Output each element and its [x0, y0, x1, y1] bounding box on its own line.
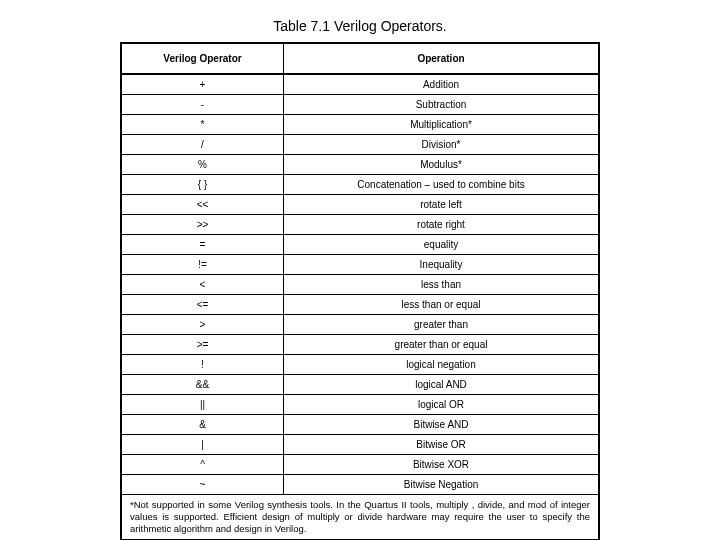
header-operation: Operation — [284, 43, 599, 74]
table-row: ~Bitwise Negation — [121, 475, 599, 495]
operator-cell: != — [121, 255, 284, 275]
operation-cell: logical AND — [284, 375, 599, 395]
operator-cell: && — [121, 375, 284, 395]
table-row: >>rotate right — [121, 215, 599, 235]
table-row: +Addition — [121, 74, 599, 95]
operation-cell: rotate left — [284, 195, 599, 215]
operator-cell: & — [121, 415, 284, 435]
operation-cell: Bitwise AND — [284, 415, 599, 435]
operation-cell: Division* — [284, 135, 599, 155]
operation-cell: Modulus* — [284, 155, 599, 175]
operation-cell: Addition — [284, 74, 599, 95]
operator-cell: ^ — [121, 455, 284, 475]
table-row: ^Bitwise XOR — [121, 455, 599, 475]
operator-cell: ~ — [121, 475, 284, 495]
table-row: %Modulus* — [121, 155, 599, 175]
table-row: &Bitwise AND — [121, 415, 599, 435]
operation-cell: less than or equal — [284, 295, 599, 315]
operator-cell: >> — [121, 215, 284, 235]
operation-cell: Bitwise OR — [284, 435, 599, 455]
table-row: >greater than — [121, 315, 599, 335]
operator-cell: % — [121, 155, 284, 175]
table-row: |Bitwise OR — [121, 435, 599, 455]
footnote-row: *Not supported in some Verilog synthesis… — [121, 495, 599, 540]
operators-table: Verilog Operator Operation +Addition-Sub… — [120, 42, 600, 540]
operation-cell: Bitwise XOR — [284, 455, 599, 475]
table-row: /Division* — [121, 135, 599, 155]
table-row: <<rotate left — [121, 195, 599, 215]
table-row: <less than — [121, 275, 599, 295]
table-row: !=Inequality — [121, 255, 599, 275]
operation-cell: Inequality — [284, 255, 599, 275]
table-row: &&logical AND — [121, 375, 599, 395]
operator-cell: / — [121, 135, 284, 155]
operation-cell: greater than or equal — [284, 335, 599, 355]
operator-cell: > — [121, 315, 284, 335]
table-container: Table 7.1 Verilog Operators. Verilog Ope… — [120, 18, 600, 540]
operator-cell: < — [121, 275, 284, 295]
table-title: Table 7.1 Verilog Operators. — [120, 18, 600, 34]
table-row: >=greater than or equal — [121, 335, 599, 355]
operation-cell: Multiplication* — [284, 115, 599, 135]
table-row: *Multiplication* — [121, 115, 599, 135]
operation-cell: rotate right — [284, 215, 599, 235]
table-row: { }Concatenation – used to combine bits — [121, 175, 599, 195]
table-body: +Addition-Subtraction*Multiplication*/Di… — [121, 74, 599, 495]
operation-cell: Concatenation – used to combine bits — [284, 175, 599, 195]
table-row: !logical negation — [121, 355, 599, 375]
table-row: ||logical OR — [121, 395, 599, 415]
operation-cell: logical negation — [284, 355, 599, 375]
operator-cell: >= — [121, 335, 284, 355]
operation-cell: Subtraction — [284, 95, 599, 115]
operation-cell: less than — [284, 275, 599, 295]
operator-cell: + — [121, 74, 284, 95]
header-operator: Verilog Operator — [121, 43, 284, 74]
operator-cell: | — [121, 435, 284, 455]
operation-cell: logical OR — [284, 395, 599, 415]
operation-cell: greater than — [284, 315, 599, 335]
operation-cell: Bitwise Negation — [284, 475, 599, 495]
operator-cell: * — [121, 115, 284, 135]
operator-cell: || — [121, 395, 284, 415]
operator-cell: << — [121, 195, 284, 215]
operator-cell: <= — [121, 295, 284, 315]
operator-cell: ! — [121, 355, 284, 375]
operator-cell: - — [121, 95, 284, 115]
table-row: =equality — [121, 235, 599, 255]
operator-cell: { } — [121, 175, 284, 195]
footnote-cell: *Not supported in some Verilog synthesis… — [121, 495, 599, 540]
table-row: -Subtraction — [121, 95, 599, 115]
operator-cell: = — [121, 235, 284, 255]
header-row: Verilog Operator Operation — [121, 43, 599, 74]
table-row: <=less than or equal — [121, 295, 599, 315]
operation-cell: equality — [284, 235, 599, 255]
